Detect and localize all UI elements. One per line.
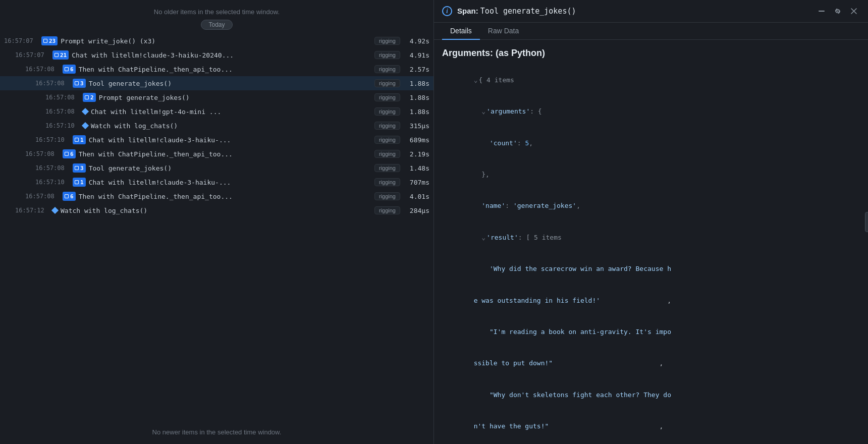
trace-duration: 4.01s: [403, 193, 429, 200]
resize-handle[interactable]: [865, 212, 868, 232]
trace-time: 16:57:12: [15, 207, 49, 214]
rigging-tag: rigging: [374, 164, 400, 172]
trace-time: 16:57:10: [35, 179, 70, 186]
rigging-tag: rigging: [374, 178, 400, 186]
trace-row[interactable]: 16:57:0723Prompt write_joke() (x3)riggin…: [0, 34, 433, 48]
trace-row[interactable]: 16:57:082Prompt generate_jokes()rigging1…: [0, 90, 433, 104]
trace-duration: 4.91s: [403, 51, 429, 59]
diamond-icon: [82, 108, 89, 115]
trace-duration: 689ms: [403, 136, 429, 144]
trace-list: 16:57:0723Prompt write_joke() (x3)riggin…: [0, 34, 433, 420]
section-title: Arguments: (as Python): [442, 48, 860, 59]
code-line: ⌄'result': [ 5 items: [442, 222, 860, 253]
close-button[interactable]: [848, 5, 860, 17]
trace-label: Chat with litellm!claude-3-haiku-...: [89, 179, 371, 186]
info-icon: i: [442, 6, 452, 16]
trace-time: 16:57:07: [15, 51, 49, 59]
rigging-tag: rigging: [374, 93, 400, 101]
code-line: "Why don't skeletons fight each other? T…: [442, 379, 860, 411]
rigging-tag: rigging: [374, 51, 400, 59]
trace-badge: 21: [52, 50, 69, 60]
trace-row[interactable]: 16:57:0721Chat with litellm!claude-3-hai…: [0, 48, 433, 62]
trace-duration: 284µs: [403, 207, 429, 214]
trace-time: 16:57:10: [35, 136, 70, 143]
trace-time: 16:57:08: [35, 80, 70, 87]
no-newer-message: No newer items in the selected time wind…: [0, 420, 433, 444]
arrow-icon: ⌄: [481, 107, 485, 115]
trace-duration: 2.57s: [403, 66, 429, 73]
trace-badge: 6: [63, 65, 76, 74]
minimize-button[interactable]: [816, 5, 828, 17]
today-badge: Today: [0, 20, 433, 30]
trace-label: Then with ChatPipeline._then_api_too...: [79, 66, 371, 73]
trace-row[interactable]: 16:57:08Chat with litellm!gpt-4o-mini ..…: [0, 104, 433, 119]
trace-time: 16:57:07: [4, 37, 38, 44]
trace-label: Then with ChatPipeline._then_api_too...: [79, 150, 371, 158]
diamond-icon: [51, 207, 59, 214]
trace-duration: 2.19s: [403, 150, 429, 158]
trace-time: 16:57:10: [45, 122, 80, 129]
tabs-bar: Details Raw Data: [434, 23, 868, 40]
trace-badge: 23: [41, 36, 58, 45]
trace-badge: 6: [63, 149, 76, 158]
code-line: },: [442, 159, 860, 190]
trace-label: Chat with litellm!gpt-4o-mini ...: [91, 108, 371, 116]
span-title: Span: Tool generate_jokes(): [457, 7, 810, 16]
rigging-tag: rigging: [374, 79, 400, 87]
trace-label: Chat with litellm!claude-3-haiku-...: [89, 136, 371, 144]
trace-row[interactable]: 16:57:086Then with ChatPipeline._then_ap…: [0, 62, 433, 76]
span-label: Span:: [457, 7, 478, 15]
code-line: 'count': 5,: [442, 128, 860, 159]
trace-duration: 1.88s: [403, 80, 429, 87]
right-panel: i Span: Tool generate_jokes(): [434, 0, 868, 444]
link-button[interactable]: [832, 5, 844, 17]
trace-label: Tool generate_jokes(): [89, 80, 371, 87]
trace-time: 16:57:08: [25, 66, 60, 73]
trace-badge: 3: [73, 163, 86, 173]
code-line: 'Why did the scarecrow win an award? Bec…: [442, 253, 860, 285]
trace-row[interactable]: 16:57:086Then with ChatPipeline._then_ap…: [0, 147, 433, 161]
tab-raw-data[interactable]: Raw Data: [480, 23, 527, 40]
rigging-tag: rigging: [374, 192, 400, 200]
rigging-tag: rigging: [374, 122, 400, 130]
no-older-message: No older items in the selected time wind…: [0, 0, 433, 20]
trace-label: Prompt generate_jokes(): [99, 94, 371, 101]
trace-time: 16:57:08: [25, 150, 60, 157]
trace-row[interactable]: 16:57:101Chat with litellm!claude-3-haik…: [0, 175, 433, 189]
rigging-tag: rigging: [374, 65, 400, 73]
code-line: ⌄'arguments': {: [442, 96, 860, 127]
trace-label: Watch with log_chats(): [91, 122, 371, 130]
trace-badge: 2: [83, 93, 96, 102]
trace-row[interactable]: 16:57:12Watch with log_chats()rigging284…: [0, 203, 433, 217]
trace-duration: 1.48s: [403, 164, 429, 172]
arrow-icon: ⌄: [474, 76, 478, 84]
trace-label: Watch with log_chats(): [61, 207, 371, 214]
tab-details[interactable]: Details: [442, 23, 480, 40]
trace-duration: 707ms: [403, 179, 429, 186]
rigging-tag: rigging: [374, 37, 400, 45]
rigging-tag: rigging: [374, 206, 400, 214]
trace-badge: 3: [73, 79, 86, 88]
span-code-name: Tool generate_jokes(): [480, 7, 576, 16]
code-line: "I'm reading a book on anti-gravity. It'…: [442, 316, 860, 348]
code-block: ⌄{ 4 items ⌄'arguments': { 'count': 5, }…: [442, 65, 860, 444]
trace-row[interactable]: 16:57:083Tool generate_jokes()rigging1.4…: [0, 161, 433, 175]
trace-time: 16:57:08: [35, 164, 70, 172]
trace-time: 16:57:08: [25, 193, 60, 200]
trace-time: 16:57:08: [45, 108, 80, 115]
trace-duration: 1.88s: [403, 108, 429, 116]
trace-row[interactable]: 16:57:086Then with ChatPipeline._then_ap…: [0, 189, 433, 203]
trace-label: Tool generate_jokes(): [89, 164, 371, 172]
rigging-tag: rigging: [374, 150, 400, 158]
diamond-icon: [82, 122, 89, 129]
span-header: i Span: Tool generate_jokes(): [434, 0, 868, 23]
trace-time: 16:57:08: [45, 94, 80, 101]
today-label: Today: [201, 20, 232, 30]
code-line: e was outstanding in his field!' ,: [442, 285, 860, 316]
trace-row[interactable]: 16:57:10Watch with log_chats()rigging315…: [0, 119, 433, 133]
trace-badge: 6: [63, 192, 76, 201]
trace-row[interactable]: 16:57:083Tool generate_jokes()rigging1.8…: [0, 76, 433, 90]
trace-row[interactable]: 16:57:101Chat with litellm!claude-3-haik…: [0, 133, 433, 147]
header-actions: [816, 5, 860, 17]
trace-duration: 4.92s: [403, 37, 429, 45]
